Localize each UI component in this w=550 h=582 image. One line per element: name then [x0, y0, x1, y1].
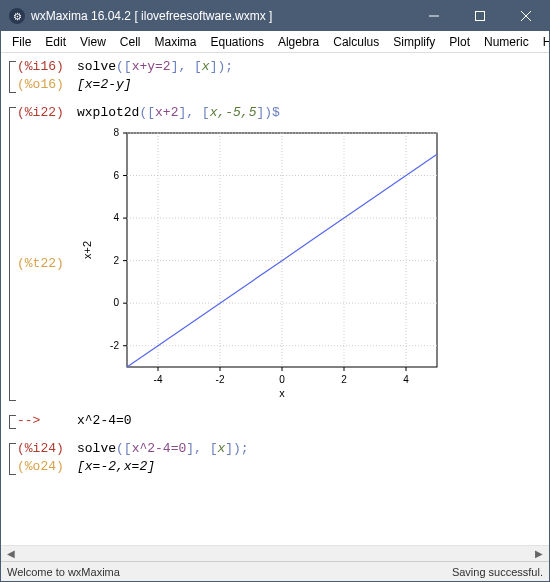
- svg-text:4: 4: [113, 212, 119, 223]
- svg-text:-2: -2: [110, 340, 119, 351]
- input-code[interactable]: solve([x^2-4=0], [x]);: [77, 441, 249, 456]
- scroll-right-icon[interactable]: ▶: [531, 548, 547, 559]
- menu-numeric[interactable]: Numeric: [477, 33, 536, 51]
- output-result: [x=2-y]: [77, 77, 132, 92]
- menu-simplify[interactable]: Simplify: [386, 33, 442, 51]
- app-icon: ⚙: [9, 8, 25, 24]
- cell-1[interactable]: (%i16) solve([x+y=2], [x]); (%o16) [x=2-…: [7, 59, 547, 95]
- svg-text:4: 4: [403, 374, 409, 385]
- menu-help[interactable]: Help: [536, 33, 550, 51]
- titlebar: ⚙ wxMaxima 16.04.2 [ ilovefreesoftware.w…: [1, 1, 549, 31]
- document-area[interactable]: (%i16) solve([x+y=2], [x]); (%o16) [x=2-…: [1, 53, 549, 545]
- input-label: (%i22): [17, 105, 77, 120]
- svg-text:-2: -2: [216, 374, 225, 385]
- menu-file[interactable]: File: [5, 33, 38, 51]
- menu-plot[interactable]: Plot: [442, 33, 477, 51]
- maximize-button[interactable]: [457, 1, 503, 31]
- cell-4[interactable]: (%i24) solve([x^2-4=0], [x]); (%o24) [x=…: [7, 441, 547, 477]
- svg-text:x: x: [279, 387, 285, 399]
- menu-equations[interactable]: Equations: [204, 33, 271, 51]
- plot-label: (%t22): [17, 256, 77, 271]
- menu-maxima[interactable]: Maxima: [148, 33, 204, 51]
- cell-3[interactable]: --> x^2-4=0: [7, 413, 547, 431]
- plot-output: -4-2024-202468xx+2: [77, 123, 447, 403]
- window-title: wxMaxima 16.04.2 [ ilovefreesoftware.wxm…: [31, 9, 411, 23]
- input-arrow: -->: [17, 413, 77, 428]
- svg-text:2: 2: [113, 255, 119, 266]
- status-right: Saving successful.: [452, 566, 543, 578]
- cell-2[interactable]: (%i22) wxplot2d([x+2], [x,-5,5])$ (%t22)…: [7, 105, 547, 403]
- menu-algebra[interactable]: Algebra: [271, 33, 326, 51]
- input-label: (%i16): [17, 59, 77, 74]
- svg-text:0: 0: [113, 297, 119, 308]
- close-button[interactable]: [503, 1, 549, 31]
- statusbar: Welcome to wxMaxima Saving successful.: [1, 561, 549, 581]
- svg-text:6: 6: [113, 170, 119, 181]
- window-controls: [411, 1, 549, 31]
- svg-text:0: 0: [279, 374, 285, 385]
- status-left: Welcome to wxMaxima: [7, 566, 452, 578]
- svg-text:8: 8: [113, 127, 119, 138]
- svg-text:2: 2: [341, 374, 347, 385]
- input-label: (%i24): [17, 441, 77, 456]
- menu-calculus[interactable]: Calculus: [326, 33, 386, 51]
- minimize-button[interactable]: [411, 1, 457, 31]
- svg-text:x+2: x+2: [81, 241, 93, 259]
- output-result: [x=-2,x=2]: [77, 459, 155, 474]
- horizontal-scrollbar[interactable]: ◀ ▶: [1, 545, 549, 561]
- input-code[interactable]: x^2-4=0: [77, 413, 132, 428]
- menubar: File Edit View Cell Maxima Equations Alg…: [1, 31, 549, 53]
- scroll-left-icon[interactable]: ◀: [3, 548, 19, 559]
- output-label: (%o24): [17, 459, 77, 474]
- menu-cell[interactable]: Cell: [113, 33, 148, 51]
- svg-rect-1: [476, 12, 485, 21]
- input-code[interactable]: solve([x+y=2], [x]);: [77, 59, 233, 74]
- input-code[interactable]: wxplot2d([x+2], [x,-5,5])$: [77, 105, 280, 120]
- svg-text:-4: -4: [154, 374, 163, 385]
- menu-edit[interactable]: Edit: [38, 33, 73, 51]
- output-label: (%o16): [17, 77, 77, 92]
- menu-view[interactable]: View: [73, 33, 113, 51]
